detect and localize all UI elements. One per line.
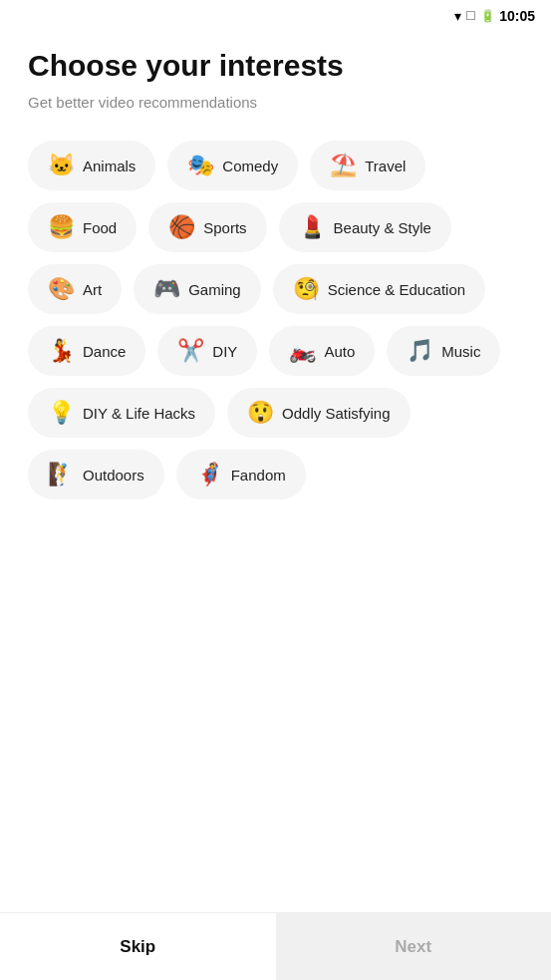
status-bar: ▾ ☐ 🔋 10:05	[0, 0, 551, 28]
skip-button[interactable]: Skip	[0, 913, 276, 980]
battery-icon: 🔋	[480, 9, 495, 23]
chip-diy-life-hacks[interactable]: 💡DIY & Life Hacks	[28, 388, 215, 438]
chip-music[interactable]: 🎵Music	[387, 326, 500, 376]
chip-label-oddly-satisfying: Oddly Satisfying	[282, 405, 390, 422]
wifi-icon: ▾	[454, 8, 461, 24]
page-subtitle: Get better video recommendations	[28, 94, 523, 111]
chip-emoji-food: 🍔	[48, 216, 75, 238]
chip-label-comedy: Comedy	[222, 158, 278, 174]
next-button[interactable]: Next	[276, 913, 552, 980]
chip-emoji-travel: ⛱️	[330, 155, 357, 176]
chip-emoji-comedy: 🎭	[187, 155, 214, 176]
chip-emoji-outdoors: 🧗	[48, 464, 75, 486]
chip-label-auto: Auto	[324, 343, 355, 360]
chip-food[interactable]: 🍔Food	[28, 202, 137, 252]
chip-emoji-animals: 🐱	[48, 155, 75, 176]
chip-art[interactable]: 🎨Art	[28, 264, 122, 314]
status-icons: ▾ ☐ 🔋 10:05	[454, 8, 535, 24]
signal-icon: ☐	[465, 9, 476, 23]
chip-travel[interactable]: ⛱️Travel	[310, 141, 425, 190]
chip-comedy[interactable]: 🎭Comedy	[167, 141, 298, 190]
chip-emoji-sports: 🏀	[168, 216, 195, 238]
chip-label-gaming: Gaming	[188, 281, 241, 298]
chip-label-science-education: Science & Education	[328, 281, 465, 298]
chip-label-beauty-style: Beauty & Style	[334, 219, 431, 236]
chip-science-education[interactable]: 🧐Science & Education	[273, 264, 485, 314]
chip-sports[interactable]: 🏀Sports	[148, 202, 266, 252]
chip-label-animals: Animals	[83, 158, 136, 174]
chip-emoji-diy-life-hacks: 💡	[48, 402, 75, 424]
chip-animals[interactable]: 🐱Animals	[28, 141, 155, 190]
chip-auto[interactable]: 🏍️Auto	[269, 326, 375, 376]
page-title: Choose your interests	[28, 48, 523, 84]
chip-label-fandom: Fandom	[231, 467, 286, 484]
chip-label-dance: Dance	[83, 343, 126, 360]
chip-emoji-art: 🎨	[48, 278, 75, 300]
chip-label-outdoors: Outdoors	[83, 467, 144, 484]
chip-gaming[interactable]: 🎮Gaming	[134, 264, 261, 314]
main-content: Choose your interests Get better video r…	[0, 28, 551, 599]
chip-label-travel: Travel	[365, 158, 406, 174]
chip-label-food: Food	[83, 219, 117, 236]
chip-fandom[interactable]: 🦸Fandom	[176, 450, 306, 499]
chip-diy[interactable]: ✂️DIY	[157, 326, 257, 376]
chip-label-music: Music	[441, 343, 480, 360]
chip-emoji-science-education: 🧐	[293, 278, 320, 300]
chip-label-diy: DIY	[212, 343, 237, 360]
chip-outdoors[interactable]: 🧗Outdoors	[28, 450, 164, 499]
chip-emoji-dance: 💃	[48, 340, 75, 362]
chip-emoji-gaming: 🎮	[153, 278, 180, 300]
chip-dance[interactable]: 💃Dance	[28, 326, 145, 376]
chip-beauty-style[interactable]: 💄Beauty & Style	[279, 202, 451, 252]
chip-emoji-beauty-style: 💄	[299, 216, 326, 238]
chip-emoji-music: 🎵	[407, 340, 433, 362]
status-time: 10:05	[499, 8, 535, 24]
chip-emoji-diy: ✂️	[177, 340, 204, 362]
chip-label-sports: Sports	[203, 219, 246, 236]
chip-emoji-fandom: 🦸	[196, 464, 223, 486]
interests-grid: 🐱Animals🎭Comedy⛱️Travel🍔Food🏀Sports💄Beau…	[28, 141, 523, 499]
chip-label-art: Art	[83, 281, 102, 298]
bottom-bar: Skip Next	[0, 912, 551, 980]
chip-label-diy-life-hacks: DIY & Life Hacks	[83, 405, 195, 422]
chip-emoji-oddly-satisfying: 😲	[247, 402, 274, 424]
chip-oddly-satisfying[interactable]: 😲Oddly Satisfying	[227, 388, 410, 438]
chip-emoji-auto: 🏍️	[289, 340, 316, 362]
